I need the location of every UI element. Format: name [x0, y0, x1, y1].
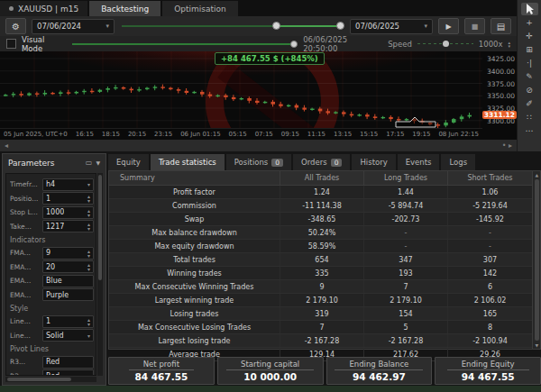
scrollbar-thumb[interactable] — [535, 179, 539, 341]
tab-label: Positions — [234, 158, 269, 167]
pattern-icon[interactable]: ∷ — [521, 111, 538, 123]
visual-mode-checkbox[interactable] — [6, 39, 16, 49]
stat-value: 7 — [280, 321, 364, 333]
scroll-right-icon[interactable]: ▸ — [509, 141, 512, 150]
range-handle-start[interactable] — [272, 22, 280, 30]
tab-events[interactable]: Events — [398, 154, 440, 170]
stat-value: - — [364, 226, 448, 239]
param-stepper-input[interactable]: 1▴▾ — [42, 315, 94, 328]
table-row: Winning trades335193142 — [109, 267, 532, 280]
range-handle-end[interactable] — [336, 22, 344, 30]
stat-name: Profit factor — [109, 186, 280, 198]
anchor-point-icon[interactable]: ⊞ — [521, 43, 538, 56]
stat-value: - — [448, 240, 532, 252]
eraser-icon[interactable]: ⊘ — [521, 84, 538, 96]
stop-button[interactable]: ■ — [464, 18, 485, 34]
tab-logs[interactable]: Logs — [441, 154, 475, 170]
more-tools-icon[interactable]: ⋯ — [521, 124, 538, 137]
time-tick: 09:15 — [281, 131, 299, 138]
stat-name: Max Consecutive Winning Trades — [109, 280, 280, 293]
settings-button[interactable]: ⚙ — [5, 18, 26, 34]
spinner-down-icon[interactable]: ▾ — [508, 44, 510, 48]
param-stepper-input[interactable]: 1▴▾ — [42, 192, 94, 205]
price-axis[interactable]: 3425.003400.003375.003350.003325.003300.… — [482, 51, 517, 128]
gear-icon: ⚙ — [12, 22, 20, 32]
panel-menu-icon[interactable]: ▼ — [96, 160, 100, 166]
pencil-icon[interactable]: ✎ — [521, 70, 538, 83]
cursor-icon[interactable] — [521, 3, 538, 15]
param-stepper-input[interactable]: 1217▴▾ — [42, 220, 94, 232]
param-text-input[interactable]: Purple — [42, 288, 94, 301]
param-text-input[interactable]: Red — [42, 369, 94, 376]
speed-handle[interactable] — [443, 41, 449, 47]
scrollbar-thumb[interactable] — [98, 175, 102, 280]
table-vertical-scrollbar[interactable]: ▲ ▼ — [532, 171, 540, 349]
start-date-select[interactable]: 07/06/2024 ▾ — [32, 19, 115, 34]
param-value: h4 — [46, 180, 55, 188]
tab-optimisation[interactable]: Optimisation — [162, 1, 238, 16]
dock-panel-icon[interactable]: ▭ — [86, 159, 93, 167]
card-label: Net profit — [129, 360, 194, 370]
scrollbar-thumb[interactable] — [7, 378, 71, 381]
step-forward-button[interactable]: ▤ — [491, 18, 511, 34]
progress-datetime: 06/06/2025 20:50:00 — [303, 35, 382, 53]
window-bottom-strip — [0, 386, 541, 392]
chevron-down-icon[interactable]: ▾ — [87, 333, 90, 338]
tab-equity[interactable]: Equity — [108, 154, 149, 170]
crosshair-target-icon[interactable]: ✛ — [521, 30, 538, 42]
speed-slider[interactable] — [417, 39, 473, 49]
param-dropdown-input[interactable]: Solid▾ — [42, 329, 94, 342]
crosshair-icon[interactable]: + — [521, 16, 538, 29]
tab-trade-statistics[interactable]: Trade statistics — [151, 154, 225, 170]
param-stepper-input[interactable]: 9▴▾ — [42, 247, 94, 260]
param-text-input[interactable]: Red — [42, 356, 94, 369]
tab-orders[interactable]: Orders0 — [293, 154, 350, 170]
progress-handle[interactable] — [290, 41, 298, 48]
param-stepper-input[interactable]: 20▴▾ — [42, 260, 94, 273]
stat-name: Swap — [109, 213, 280, 225]
stepper-arrows-icon[interactable]: ▴▾ — [87, 249, 90, 258]
chart-horizontal-scrollbar[interactable]: ◂ • ▸ — [0, 140, 517, 151]
time-tick: 17:15 — [386, 131, 404, 138]
param-dropdown-input[interactable]: h4▾ — [42, 178, 94, 191]
param-value: 1 — [46, 317, 50, 325]
scroll-up-icon[interactable]: ▲ — [535, 173, 538, 178]
stat-value: -11 114.38 — [280, 199, 364, 212]
param-text-input[interactable]: Blue — [42, 275, 94, 287]
time-axis[interactable]: 05 Jun 2025, UTC+016:1518:1520:1523:1506… — [0, 128, 482, 140]
stat-value: 319 — [280, 307, 364, 320]
chevron-down-icon[interactable]: ▾ — [87, 182, 90, 187]
stat-name: Largest winning trade — [109, 294, 280, 306]
parameters-vertical-scrollbar[interactable] — [97, 173, 103, 376]
stat-name: Max equity drawdown — [109, 240, 280, 252]
stepper-arrows-icon[interactable]: ▴▾ — [87, 222, 90, 231]
price-chart[interactable]: +84 467.55 $ (+845%) 3425.003400.003375.… — [0, 51, 517, 151]
end-date-select[interactable]: 07/06/2025 ▾ — [350, 19, 433, 34]
tab-positions[interactable]: Positions0 — [226, 154, 291, 170]
chart-plot[interactable]: +84 467.55 $ (+845%) — [0, 51, 482, 128]
tab-backtesting[interactable]: Backtesting — [89, 1, 160, 16]
play-button[interactable]: ▶ — [438, 18, 459, 34]
parameters-header[interactable]: Parameters ▭ ▼ — [3, 154, 105, 171]
stepper-arrows-icon[interactable]: ▴▾ — [87, 262, 90, 271]
stepper-arrows-icon[interactable]: ▴▾ — [87, 208, 90, 217]
dot-icon: • — [502, 141, 507, 150]
scroll-left-icon[interactable]: ◂ — [5, 141, 8, 150]
stepper-arrows-icon[interactable]: ▴▾ — [87, 317, 90, 326]
instrument-tab[interactable]: XAUUSD | m15 — [0, 1, 87, 16]
vertical-line-tool-icon[interactable]: ·| — [521, 57, 538, 69]
tab-history[interactable]: History — [352, 154, 395, 170]
stepper-arrows-icon[interactable]: ▴▾ — [87, 194, 90, 203]
position-marker-icon[interactable] — [395, 116, 436, 128]
date-range-slider[interactable] — [120, 19, 344, 33]
speed-spinner[interactable]: ▴ ▾ — [508, 41, 510, 48]
visual-mode-toolbar: Visual Mode 06/06/2025 20:50:00 Speed 10… — [0, 36, 517, 51]
parameters-horizontal-scrollbar[interactable] — [5, 377, 96, 382]
brush-icon[interactable]: ✐ — [521, 97, 538, 110]
scroll-down-icon[interactable]: ▼ — [535, 342, 538, 348]
stat-value: 347 — [364, 253, 448, 266]
backtest-progress-slider[interactable] — [72, 39, 298, 49]
scroll-right-icons[interactable]: • ▸ — [502, 141, 512, 150]
param-stepper-input[interactable]: 1000▴▾ — [42, 206, 94, 219]
instrument-label: XAUUSD | m15 — [18, 5, 78, 14]
